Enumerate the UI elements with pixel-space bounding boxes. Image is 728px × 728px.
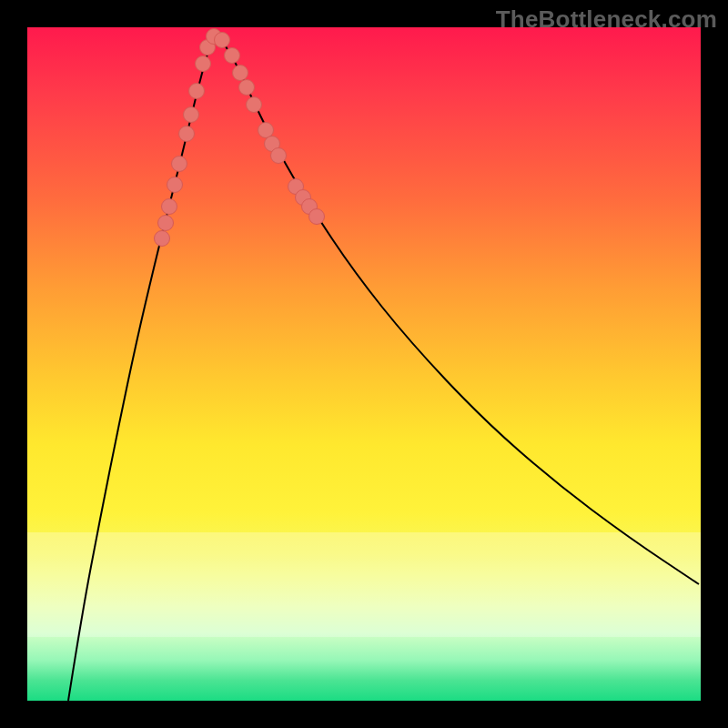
marker-dot (200, 40, 216, 56)
marker-dot (302, 199, 318, 215)
marker-dot (239, 80, 255, 96)
marker-dot (172, 157, 187, 172)
marker-dot (225, 48, 240, 64)
marker-dot (265, 136, 280, 152)
highlighted-points-group (155, 29, 325, 247)
marker-dot (258, 123, 274, 138)
marker-dot (158, 216, 174, 231)
marker-dot (167, 177, 183, 193)
marker-dot (184, 107, 199, 123)
marker-dot (207, 29, 222, 45)
marker-dot (288, 179, 304, 195)
marker-dot (179, 126, 195, 142)
marker-dot (247, 97, 262, 113)
chart-plot-area (27, 27, 701, 701)
marker-dot (189, 84, 205, 99)
marker-dot (271, 148, 287, 164)
marker-dot (215, 33, 230, 48)
marker-dot (233, 66, 248, 81)
marker-dot (296, 190, 311, 206)
marker-dot (162, 199, 177, 215)
marker-dot (196, 56, 211, 72)
marker-dot (155, 231, 170, 247)
pale-highlight-band (27, 532, 701, 637)
marker-dot (309, 209, 325, 225)
